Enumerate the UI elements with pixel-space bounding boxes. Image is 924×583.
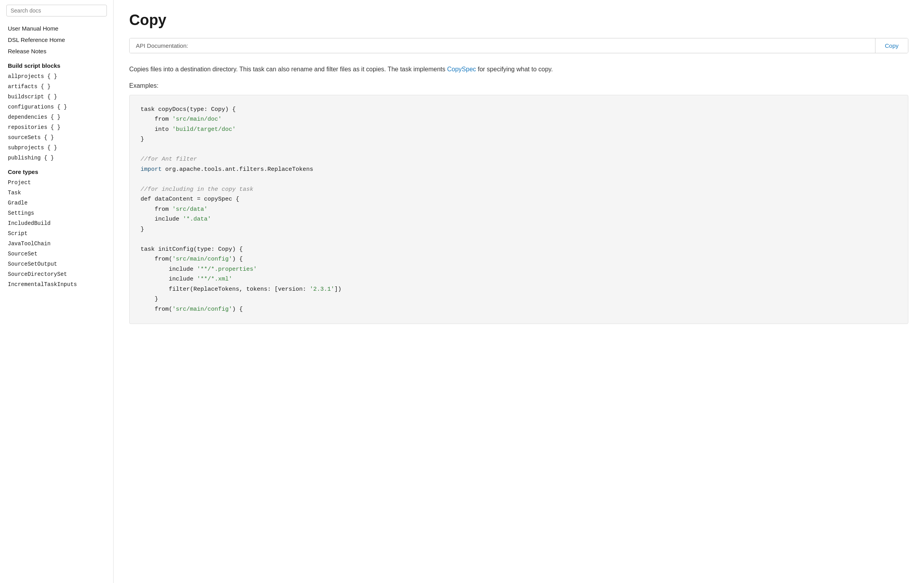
code-line-11: } bbox=[141, 225, 897, 235]
description-text-before: Copies files into a destination director… bbox=[129, 66, 446, 72]
code-line-3: into 'build/target/doc' bbox=[141, 125, 897, 135]
page-title: Copy bbox=[129, 12, 908, 29]
sidebar-item-allprojects[interactable]: allprojects { } bbox=[0, 71, 113, 81]
code-line-8: def dataContent = copySpec { bbox=[141, 194, 897, 205]
sidebar-item-incrementaltaskinputs[interactable]: IncrementalTaskInputs bbox=[0, 279, 113, 290]
code-line-18: from('src/main/config') { bbox=[141, 304, 897, 315]
code-line-17: } bbox=[141, 294, 897, 304]
api-doc-link[interactable]: Copy bbox=[875, 38, 908, 53]
sidebar-item-sourcesets[interactable]: sourceSets { } bbox=[0, 132, 113, 143]
sidebar: User Manual Home DSL Reference Home Rele… bbox=[0, 0, 114, 583]
sidebar-item-settings[interactable]: Settings bbox=[0, 208, 113, 218]
code-line-16: filter(ReplaceTokens, tokens: [version: … bbox=[141, 284, 897, 295]
sidebar-item-includedbuild[interactable]: IncludedBuild bbox=[0, 218, 113, 228]
sidebar-item-buildscript[interactable]: buildscript { } bbox=[0, 92, 113, 102]
copy-spec-link[interactable]: CopySpec bbox=[447, 66, 476, 72]
sidebar-item-user-manual-home[interactable]: User Manual Home bbox=[0, 23, 113, 34]
sidebar-item-publishing[interactable]: publishing { } bbox=[0, 153, 113, 163]
code-line-6: import org.apache.tools.ant.filters.Repl… bbox=[141, 165, 897, 175]
code-line-blank-3 bbox=[141, 234, 897, 244]
sidebar-item-sourcesetoutput[interactable]: SourceSetOutput bbox=[0, 259, 113, 269]
sidebar-item-repositories[interactable]: repositories { } bbox=[0, 122, 113, 132]
api-doc-label: API Documentation: bbox=[130, 38, 875, 53]
code-line-7: //for including in the copy task bbox=[141, 185, 897, 195]
code-line-5: //for Ant filter bbox=[141, 154, 897, 165]
search-input[interactable] bbox=[6, 5, 107, 16]
code-line-10: include '*.data' bbox=[141, 214, 897, 225]
sidebar-item-gradle[interactable]: Gradle bbox=[0, 198, 113, 208]
sidebar-item-subprojects[interactable]: subprojects { } bbox=[0, 143, 113, 153]
code-line-blank-1 bbox=[141, 145, 897, 155]
code-line-13: from('src/main/config') { bbox=[141, 254, 897, 264]
sidebar-item-artifacts[interactable]: artifacts { } bbox=[0, 81, 113, 92]
code-line-4: } bbox=[141, 134, 897, 145]
sidebar-item-sourcedirectoryset[interactable]: SourceDirectorySet bbox=[0, 269, 113, 279]
sidebar-item-javatoolchain[interactable]: JavaToolChain bbox=[0, 239, 113, 249]
code-line-blank-2 bbox=[141, 174, 897, 185]
search-container bbox=[6, 5, 107, 16]
sidebar-item-script[interactable]: Script bbox=[0, 228, 113, 239]
section-title-core-types: Core types bbox=[0, 163, 113, 177]
code-line-12: task initConfig(type: Copy) { bbox=[141, 244, 897, 255]
sidebar-item-task[interactable]: Task bbox=[0, 188, 113, 198]
main-content: Copy API Documentation: Copy Copies file… bbox=[114, 0, 924, 583]
section-title-build-script-blocks: Build script blocks bbox=[0, 57, 113, 71]
sidebar-item-sourceset[interactable]: SourceSet bbox=[0, 249, 113, 259]
description-paragraph: Copies files into a destination director… bbox=[129, 64, 908, 74]
code-line-15: include '**/*.xml' bbox=[141, 274, 897, 284]
sidebar-item-project[interactable]: Project bbox=[0, 177, 113, 188]
sidebar-item-dsl-reference-home[interactable]: DSL Reference Home bbox=[0, 34, 113, 45]
code-block: task copyDocs(type: Copy) { from 'src/ma… bbox=[129, 95, 908, 324]
code-line-1: task copyDocs(type: Copy) { bbox=[141, 105, 897, 115]
description-text-after: for specifying what to copy. bbox=[478, 66, 553, 72]
sidebar-item-configurations[interactable]: configurations { } bbox=[0, 102, 113, 112]
sidebar-item-release-notes[interactable]: Release Notes bbox=[0, 45, 113, 57]
code-line-14: include '**/*.properties' bbox=[141, 264, 897, 275]
api-doc-bar: API Documentation: Copy bbox=[129, 38, 908, 53]
code-line-2: from 'src/main/doc' bbox=[141, 114, 897, 125]
examples-label: Examples: bbox=[129, 82, 908, 89]
code-line-9: from 'src/data' bbox=[141, 205, 897, 215]
sidebar-item-dependencies[interactable]: dependencies { } bbox=[0, 112, 113, 122]
